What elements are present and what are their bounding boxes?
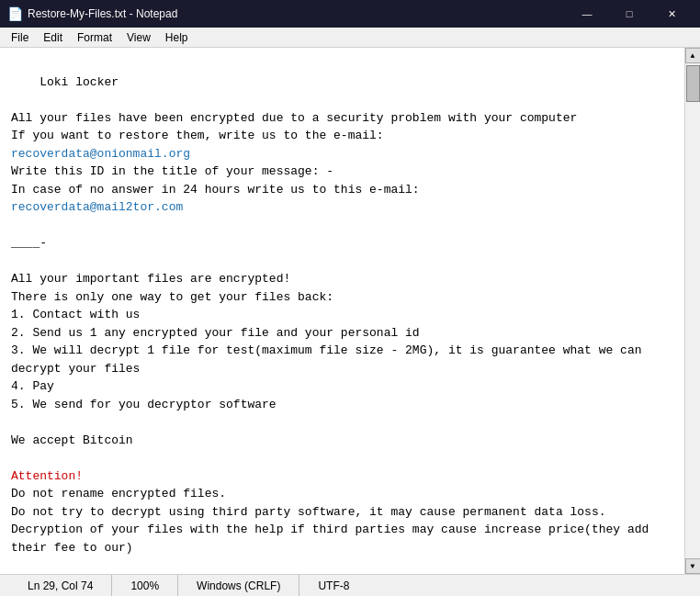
scrollbar-thumb[interactable]	[686, 65, 700, 102]
menu-edit[interactable]: Edit	[36, 28, 70, 48]
menu-format[interactable]: Format	[70, 28, 119, 48]
text-warnings: Do not rename encrypted files. Do not tr…	[11, 487, 649, 555]
app-icon: 📄	[7, 6, 22, 21]
email-2: recoverdata@mail2tor.com	[11, 200, 183, 214]
text-bitcoin: We accept Bitcoin	[11, 433, 133, 447]
editor-content[interactable]: Loki locker All your files have been enc…	[0, 48, 684, 574]
scrollbar[interactable]: ▲ ▼	[684, 48, 700, 574]
text-divider: ____-	[11, 236, 47, 250]
menu-bar: File Edit Format View Help	[0, 28, 700, 48]
email-1: recoverdata@onionmail.org	[11, 147, 190, 161]
window-controls: — □ ✕	[566, 0, 693, 28]
status-line-ending: Windows (CRLF)	[178, 575, 299, 596]
status-bar: Ln 29, Col 74 100% Windows (CRLF) UTF-8	[0, 574, 700, 596]
menu-view[interactable]: View	[119, 28, 158, 48]
text-id: Write this ID in the title of your messa…	[11, 164, 420, 197]
scrollbar-down-button[interactable]: ▼	[685, 558, 701, 574]
status-position: Ln 29, Col 74	[0, 575, 112, 596]
menu-help[interactable]: Help	[158, 28, 196, 48]
minimize-button[interactable]: —	[566, 0, 608, 28]
scrollbar-up-button[interactable]: ▲	[685, 48, 701, 63]
status-encoding: UTF-8	[299, 575, 367, 596]
status-zoom: 100%	[112, 575, 178, 596]
text-block1: All your files have been encrypted due t…	[11, 111, 577, 143]
text-attention: Attention!	[11, 469, 83, 483]
maximize-button[interactable]: □	[608, 0, 650, 28]
close-button[interactable]: ✕	[650, 0, 693, 28]
menu-file[interactable]: File	[4, 28, 36, 48]
window-title: Restore-My-Files.txt - Notepad	[28, 7, 566, 20]
text-important: All your important files are encrypted! …	[11, 272, 642, 411]
title-bar: 📄 Restore-My-Files.txt - Notepad — □ ✕	[0, 0, 700, 28]
text-loki: Loki locker	[40, 75, 119, 89]
editor-wrapper: Loki locker All your files have been enc…	[0, 48, 700, 574]
